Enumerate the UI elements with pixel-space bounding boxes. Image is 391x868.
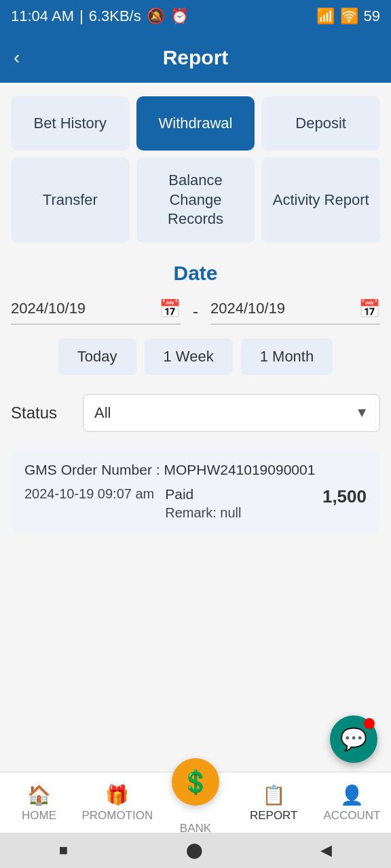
system-nav: ■ ⬤ ◀ (0, 833, 391, 868)
main-content: Bet History Withdrawal Deposit Transfer … (0, 83, 391, 772)
quick-date-buttons: Today 1 Week 1 Month (11, 338, 380, 375)
nav-bank[interactable]: 💲 BANK (156, 772, 234, 835)
page-title: Report (163, 46, 229, 69)
promotion-icon: 🎁 (105, 784, 129, 806)
header: ‹ Report (0, 33, 391, 83)
record-status: Paid (165, 486, 193, 502)
chat-fab-button[interactable]: 💬 (330, 715, 377, 763)
category-transfer[interactable]: Transfer (11, 157, 130, 243)
bottom-nav: 🏠 HOME 🎁 PROMOTION 💲 BANK 📋 REPORT 👤 ACC… (0, 772, 391, 833)
chat-icon: 💬 (340, 726, 367, 752)
chat-notification-badge (364, 718, 375, 729)
date-separator: - (187, 302, 204, 321)
category-withdrawal[interactable]: Withdrawal (136, 96, 255, 151)
account-icon: 👤 (340, 784, 364, 806)
record-order-line: GMS Order Number : MOPHW241019090001 (24, 462, 367, 478)
order-label: GMS Order Number : (24, 462, 164, 477)
nav-bank-circle-wrap: 💲 (172, 758, 219, 806)
bank-circle: 💲 (172, 758, 219, 806)
record-amount: 1,500 (322, 486, 367, 507)
bank-icon: 💲 (181, 768, 210, 795)
status-filter-row: Status All ▼ (11, 394, 380, 432)
nav-account[interactable]: 👤 ACCOUNT (313, 784, 391, 823)
sys-back-button[interactable]: ◀ (304, 836, 348, 865)
status-filter-label: Status (11, 403, 72, 422)
nav-home[interactable]: 🏠 HOME (0, 784, 78, 823)
end-date-text: 2024/10/19 (210, 300, 285, 317)
status-select-value: All (94, 404, 111, 422)
end-date-wrap: 2024/10/19 📅 (210, 298, 380, 325)
record-details: 2024-10-19 09:07 am Paid Remark: null 1,… (24, 486, 367, 521)
home-icon: 🏠 (27, 784, 51, 806)
record-card: GMS Order Number : MOPHW241019090001 202… (11, 448, 380, 534)
sys-stop-button[interactable]: ■ (43, 836, 84, 865)
nav-report-label: REPORT (250, 809, 298, 823)
nav-account-label: ACCOUNT (323, 809, 380, 823)
record-left: 2024-10-19 09:07 am (24, 486, 154, 502)
status-left: 11:04 AM | 6.3KB/s 🔕 ⏰ (11, 7, 189, 25)
signal-icon: 📶 (316, 7, 335, 25)
dropdown-arrow-icon: ▼ (355, 405, 369, 420)
category-activity-report[interactable]: Activity Report (261, 157, 380, 243)
category-balance-change[interactable]: Balance Change Records (136, 157, 255, 243)
one-month-button[interactable]: 1 Month (241, 338, 333, 375)
one-week-button[interactable]: 1 Week (145, 338, 233, 375)
order-number: MOPHW241019090001 (164, 462, 315, 477)
record-datetime: 2024-10-19 09:07 am (24, 486, 154, 502)
record-remark: Remark: null (165, 505, 241, 521)
category-deposit[interactable]: Deposit (261, 96, 380, 151)
report-icon: 📋 (262, 784, 286, 806)
nav-promotion-label: PROMOTION (81, 809, 153, 823)
alarm-icon: ⏰ (170, 7, 189, 25)
start-date-wrap: 2024/10/19 📅 (11, 298, 181, 325)
start-date-text: 2024/10/19 (11, 300, 86, 317)
network-label: | (79, 7, 83, 25)
sys-home-button[interactable]: ⬤ (170, 836, 219, 865)
network-speed: 6.3KB/s (89, 7, 141, 25)
category-grid: Bet History Withdrawal Deposit Transfer … (11, 96, 380, 243)
wifi-icon: 🛜 (340, 7, 358, 25)
category-bet-history[interactable]: Bet History (11, 96, 130, 151)
date-section-title: Date (11, 262, 380, 285)
nav-home-label: HOME (22, 809, 56, 823)
record-middle: Paid Remark: null (154, 486, 322, 521)
start-calendar-icon[interactable]: 📅 (159, 298, 181, 319)
nav-report[interactable]: 📋 REPORT (235, 784, 313, 823)
status-right: 📶 🛜 59 (316, 7, 380, 25)
nav-promotion[interactable]: 🎁 PROMOTION (78, 784, 156, 823)
mute-icon: 🔕 (147, 7, 165, 25)
status-bar: 11:04 AM | 6.3KB/s 🔕 ⏰ 📶 🛜 59 (0, 0, 391, 33)
today-button[interactable]: Today (58, 338, 136, 375)
end-calendar-icon[interactable]: 📅 (358, 298, 380, 319)
battery-label: 59 (364, 7, 380, 25)
time-label: 11:04 AM (11, 7, 74, 25)
back-button[interactable]: ‹ (14, 47, 20, 68)
date-row: 2024/10/19 📅 - 2024/10/19 📅 (11, 298, 380, 325)
status-select-dropdown[interactable]: All ▼ (83, 394, 380, 432)
